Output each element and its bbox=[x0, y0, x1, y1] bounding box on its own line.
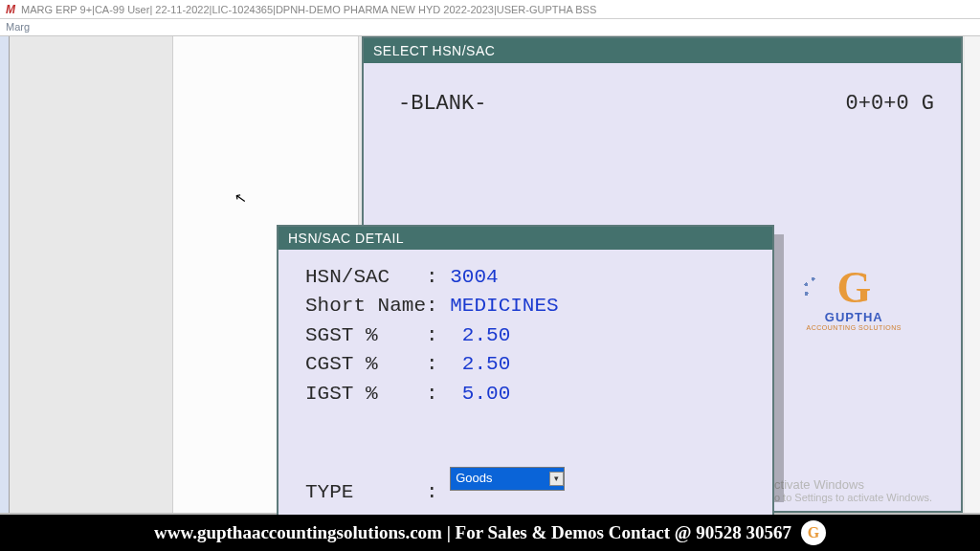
logo-sub: ACCOUNTING SOLUTIONS bbox=[807, 324, 902, 331]
select-hsn-gst-summary: 0+0+0 G bbox=[846, 92, 934, 116]
sgst-label: SGST % : bbox=[305, 321, 462, 350]
right-edge bbox=[965, 36, 980, 513]
select-hsn-row[interactable]: -BLANK- 0+0+0 G bbox=[364, 63, 961, 125]
menu-bar[interactable]: Marg bbox=[0, 19, 980, 36]
hsn-detail-header: HSN/SAC DETAIL bbox=[278, 227, 772, 250]
shortname-value[interactable]: MEDICINES bbox=[450, 292, 558, 320]
footer-logo-icon: G bbox=[801, 520, 826, 545]
type-select[interactable]: Goods ▾ bbox=[450, 467, 565, 491]
chevron-down-icon[interactable]: ▾ bbox=[549, 472, 564, 486]
hsn-detail-dialog: HSN/SAC DETAIL HSN/SAC : 3004 Short Name… bbox=[277, 225, 774, 551]
window-titlebar: M MARG ERP 9+|CA-99 User| 22-11-2022|LIC… bbox=[0, 0, 980, 19]
logo-name: GUPTHA bbox=[807, 310, 902, 324]
sgst-value[interactable]: 2.50 bbox=[462, 321, 510, 350]
type-label: TYPE : bbox=[305, 478, 450, 507]
workspace: SELECT HSN/SAC -BLANK- 0+0+0 G G GUPTHA … bbox=[0, 36, 980, 515]
app-icon: M bbox=[6, 3, 15, 16]
sgst-row: SGST % : 2.50 bbox=[305, 321, 751, 350]
activate-line1: Activate Windows bbox=[766, 477, 932, 492]
left-sliver-panel bbox=[0, 36, 10, 513]
menu-marg[interactable]: Marg bbox=[6, 21, 30, 33]
cgst-label: CGST % : bbox=[305, 350, 462, 379]
select-hsn-header: SELECT HSN/SAC bbox=[364, 38, 961, 63]
shortname-row: Short Name: MEDICINES bbox=[305, 292, 751, 320]
footer-banner: www.gupthaaccountingsolutions.com | For … bbox=[0, 515, 980, 551]
hsn-row: HSN/SAC : 3004 bbox=[305, 263, 751, 292]
igst-row: IGST % : 5.00 bbox=[305, 380, 751, 408]
guptha-logo: G GUPTHA ACCOUNTING SOLUTIONS bbox=[807, 266, 902, 331]
cgst-row: CGST % : 2.50 bbox=[305, 350, 751, 379]
hsn-value[interactable]: 3004 bbox=[450, 263, 498, 292]
hsn-detail-body: HSN/SAC : 3004 Short Name: MEDICINES SGS… bbox=[278, 250, 772, 551]
cgst-value[interactable]: 2.50 bbox=[462, 350, 510, 379]
igst-value[interactable]: 5.00 bbox=[462, 380, 510, 408]
window-title: MARG ERP 9+|CA-99 User| 22-11-2022|LIC-1… bbox=[21, 4, 596, 15]
activate-line2: Go to Settings to activate Windows. bbox=[766, 492, 932, 503]
activate-windows-watermark: Activate Windows Go to Settings to activ… bbox=[766, 477, 932, 503]
type-selected-value: Goods bbox=[456, 470, 492, 488]
logo-g-icon: G bbox=[807, 266, 902, 310]
shortname-label: Short Name: bbox=[305, 292, 450, 320]
footer-text: www.gupthaaccountingsolutions.com | For … bbox=[154, 522, 791, 543]
select-hsn-blank: -BLANK- bbox=[398, 92, 486, 116]
igst-label: IGST % : bbox=[305, 380, 462, 408]
hsn-label: HSN/SAC : bbox=[305, 263, 450, 292]
